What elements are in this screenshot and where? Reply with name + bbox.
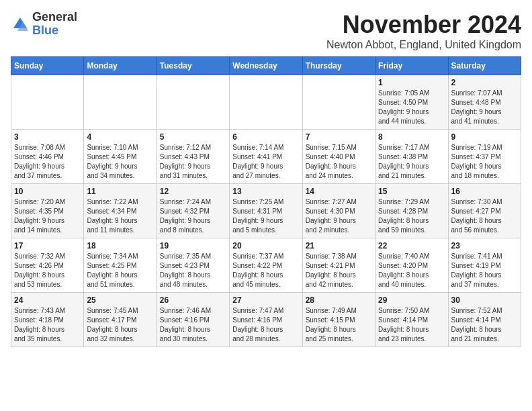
day-info: Sunrise: 7:49 AM Sunset: 4:15 PM Dayligh… bbox=[306, 306, 372, 344]
day-info: Sunrise: 7:27 AM Sunset: 4:30 PM Dayligh… bbox=[306, 197, 372, 235]
day-info: Sunrise: 7:52 AM Sunset: 4:14 PM Dayligh… bbox=[451, 306, 518, 344]
day-info: Sunrise: 7:30 AM Sunset: 4:27 PM Dayligh… bbox=[451, 197, 518, 235]
header-cell-friday: Friday bbox=[375, 57, 448, 75]
week-row-4: 24Sunrise: 7:43 AM Sunset: 4:18 PM Dayli… bbox=[11, 293, 521, 347]
header-row: SundayMondayTuesdayWednesdayThursdayFrid… bbox=[11, 57, 521, 75]
day-number: 19 bbox=[160, 241, 226, 250]
day-cell: 15Sunrise: 7:29 AM Sunset: 4:28 PM Dayli… bbox=[375, 184, 448, 238]
day-info: Sunrise: 7:24 AM Sunset: 4:32 PM Dayligh… bbox=[160, 197, 226, 235]
day-number: 8 bbox=[378, 132, 445, 142]
day-info: Sunrise: 7:05 AM Sunset: 4:50 PM Dayligh… bbox=[378, 89, 445, 126]
day-cell: 23Sunrise: 7:41 AM Sunset: 4:19 PM Dayli… bbox=[448, 238, 521, 293]
day-info: Sunrise: 7:10 AM Sunset: 4:45 PM Dayligh… bbox=[87, 143, 153, 181]
day-number: 6 bbox=[232, 132, 299, 142]
day-cell: 29Sunrise: 7:50 AM Sunset: 4:14 PM Dayli… bbox=[375, 293, 448, 347]
day-info: Sunrise: 7:32 AM Sunset: 4:26 PM Dayligh… bbox=[14, 252, 81, 289]
day-cell: 30Sunrise: 7:52 AM Sunset: 4:14 PM Dayli… bbox=[448, 293, 521, 347]
logo-icon bbox=[11, 15, 30, 34]
header-cell-sunday: Sunday bbox=[11, 57, 84, 75]
day-info: Sunrise: 7:40 AM Sunset: 4:20 PM Dayligh… bbox=[378, 252, 445, 289]
day-info: Sunrise: 7:22 AM Sunset: 4:34 PM Dayligh… bbox=[87, 197, 153, 235]
week-row-0: 1Sunrise: 7:05 AM Sunset: 4:50 PM Daylig… bbox=[11, 75, 521, 130]
day-cell bbox=[157, 75, 229, 130]
day-cell bbox=[84, 75, 157, 130]
day-cell bbox=[230, 75, 302, 130]
day-number: 1 bbox=[378, 78, 445, 87]
day-cell: 10Sunrise: 7:20 AM Sunset: 4:35 PM Dayli… bbox=[11, 184, 84, 238]
day-number: 2 bbox=[451, 78, 518, 87]
day-info: Sunrise: 7:17 AM Sunset: 4:38 PM Dayligh… bbox=[378, 143, 445, 181]
day-number: 28 bbox=[306, 295, 372, 305]
week-row-1: 3Sunrise: 7:08 AM Sunset: 4:46 PM Daylig… bbox=[11, 130, 521, 184]
location: Newton Abbot, England, United Kingdom bbox=[326, 39, 521, 51]
day-cell: 2Sunrise: 7:07 AM Sunset: 4:48 PM Daylig… bbox=[448, 75, 521, 130]
day-number: 17 bbox=[14, 241, 81, 250]
day-number: 23 bbox=[451, 241, 518, 250]
month-title: November 2024 bbox=[326, 11, 521, 39]
calendar-header: SundayMondayTuesdayWednesdayThursdayFrid… bbox=[11, 57, 521, 75]
week-row-2: 10Sunrise: 7:20 AM Sunset: 4:35 PM Dayli… bbox=[11, 184, 521, 238]
day-cell: 1Sunrise: 7:05 AM Sunset: 4:50 PM Daylig… bbox=[375, 75, 448, 130]
day-cell: 26Sunrise: 7:46 AM Sunset: 4:16 PM Dayli… bbox=[157, 293, 229, 347]
day-cell: 28Sunrise: 7:49 AM Sunset: 4:15 PM Dayli… bbox=[302, 293, 375, 347]
day-info: Sunrise: 7:08 AM Sunset: 4:46 PM Dayligh… bbox=[14, 143, 81, 181]
day-cell: 16Sunrise: 7:30 AM Sunset: 4:27 PM Dayli… bbox=[448, 184, 521, 238]
day-info: Sunrise: 7:29 AM Sunset: 4:28 PM Dayligh… bbox=[378, 197, 445, 235]
day-info: Sunrise: 7:47 AM Sunset: 4:16 PM Dayligh… bbox=[232, 306, 299, 344]
day-cell: 9Sunrise: 7:19 AM Sunset: 4:37 PM Daylig… bbox=[448, 130, 521, 184]
day-info: Sunrise: 7:19 AM Sunset: 4:37 PM Dayligh… bbox=[451, 143, 518, 181]
day-number: 27 bbox=[232, 295, 299, 305]
day-number: 10 bbox=[14, 187, 81, 196]
day-cell: 19Sunrise: 7:35 AM Sunset: 4:23 PM Dayli… bbox=[157, 238, 229, 293]
header-cell-saturday: Saturday bbox=[448, 57, 521, 75]
day-info: Sunrise: 7:43 AM Sunset: 4:18 PM Dayligh… bbox=[14, 306, 81, 344]
day-cell: 24Sunrise: 7:43 AM Sunset: 4:18 PM Dayli… bbox=[11, 293, 84, 347]
day-info: Sunrise: 7:12 AM Sunset: 4:43 PM Dayligh… bbox=[160, 143, 226, 181]
calendar-table: SundayMondayTuesdayWednesdayThursdayFrid… bbox=[11, 56, 521, 347]
day-number: 7 bbox=[306, 132, 372, 142]
day-number: 30 bbox=[451, 295, 518, 305]
day-cell: 18Sunrise: 7:34 AM Sunset: 4:25 PM Dayli… bbox=[84, 238, 157, 293]
day-number: 18 bbox=[87, 241, 153, 250]
day-cell: 4Sunrise: 7:10 AM Sunset: 4:45 PM Daylig… bbox=[84, 130, 157, 184]
day-info: Sunrise: 7:41 AM Sunset: 4:19 PM Dayligh… bbox=[451, 252, 518, 289]
logo: General Blue bbox=[11, 11, 77, 38]
day-info: Sunrise: 7:38 AM Sunset: 4:21 PM Dayligh… bbox=[306, 252, 372, 289]
day-cell: 8Sunrise: 7:17 AM Sunset: 4:38 PM Daylig… bbox=[375, 130, 448, 184]
day-info: Sunrise: 7:37 AM Sunset: 4:22 PM Dayligh… bbox=[232, 252, 299, 289]
day-number: 25 bbox=[87, 295, 153, 305]
week-row-3: 17Sunrise: 7:32 AM Sunset: 4:26 PM Dayli… bbox=[11, 238, 521, 293]
header-cell-tuesday: Tuesday bbox=[157, 57, 229, 75]
header-cell-monday: Monday bbox=[84, 57, 157, 75]
header-cell-wednesday: Wednesday bbox=[230, 57, 302, 75]
day-number: 3 bbox=[14, 132, 81, 142]
logo-general-text: General bbox=[32, 10, 77, 24]
title-block: November 2024 Newton Abbot, England, Uni… bbox=[326, 11, 521, 51]
header-cell-thursday: Thursday bbox=[302, 57, 375, 75]
day-info: Sunrise: 7:25 AM Sunset: 4:31 PM Dayligh… bbox=[232, 197, 299, 235]
day-number: 9 bbox=[451, 132, 518, 142]
day-info: Sunrise: 7:46 AM Sunset: 4:16 PM Dayligh… bbox=[160, 306, 226, 344]
day-number: 16 bbox=[451, 187, 518, 196]
day-cell: 14Sunrise: 7:27 AM Sunset: 4:30 PM Dayli… bbox=[302, 184, 375, 238]
day-cell: 13Sunrise: 7:25 AM Sunset: 4:31 PM Dayli… bbox=[230, 184, 302, 238]
day-cell: 20Sunrise: 7:37 AM Sunset: 4:22 PM Dayli… bbox=[230, 238, 302, 293]
day-info: Sunrise: 7:20 AM Sunset: 4:35 PM Dayligh… bbox=[14, 197, 81, 235]
day-info: Sunrise: 7:14 AM Sunset: 4:41 PM Dayligh… bbox=[232, 143, 299, 181]
day-number: 14 bbox=[306, 187, 372, 196]
day-cell bbox=[11, 75, 84, 130]
day-number: 26 bbox=[160, 295, 226, 305]
day-cell: 22Sunrise: 7:40 AM Sunset: 4:20 PM Dayli… bbox=[375, 238, 448, 293]
day-number: 11 bbox=[87, 187, 153, 196]
day-cell: 21Sunrise: 7:38 AM Sunset: 4:21 PM Dayli… bbox=[302, 238, 375, 293]
day-cell: 3Sunrise: 7:08 AM Sunset: 4:46 PM Daylig… bbox=[11, 130, 84, 184]
day-info: Sunrise: 7:45 AM Sunset: 4:17 PM Dayligh… bbox=[87, 306, 153, 344]
day-cell: 6Sunrise: 7:14 AM Sunset: 4:41 PM Daylig… bbox=[230, 130, 302, 184]
logo-blue-text: Blue bbox=[32, 24, 58, 37]
day-info: Sunrise: 7:15 AM Sunset: 4:40 PM Dayligh… bbox=[306, 143, 372, 181]
day-cell: 12Sunrise: 7:24 AM Sunset: 4:32 PM Dayli… bbox=[157, 184, 229, 238]
day-info: Sunrise: 7:50 AM Sunset: 4:14 PM Dayligh… bbox=[378, 306, 445, 344]
day-cell bbox=[302, 75, 375, 130]
day-number: 24 bbox=[14, 295, 81, 305]
day-number: 12 bbox=[160, 187, 226, 196]
